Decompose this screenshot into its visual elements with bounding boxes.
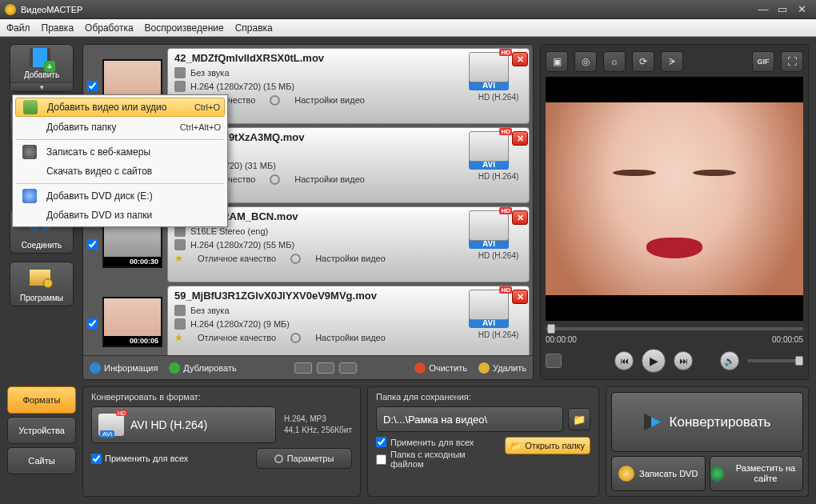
menu-edit[interactable]: Правка bbox=[42, 22, 74, 34]
format-badge[interactable] bbox=[469, 52, 509, 82]
thumbnail[interactable]: 00:00:05 bbox=[102, 297, 162, 347]
brightness-tool[interactable]: ☼ bbox=[603, 51, 626, 72]
globe-icon bbox=[710, 466, 724, 482]
video-settings-link[interactable]: Настройки видео bbox=[315, 254, 386, 263]
video-icon bbox=[174, 81, 186, 92]
menu-process[interactable]: Обработка bbox=[85, 22, 134, 34]
codec-info: H.264 (1280x720) (55 МБ) bbox=[190, 240, 294, 250]
list-footer: Информация Дублировать Очистить Удалить bbox=[83, 355, 533, 379]
clear-icon bbox=[414, 362, 426, 374]
volume-slider[interactable] bbox=[747, 359, 803, 362]
apply-all-format-checkbox[interactable] bbox=[91, 454, 102, 464]
menubar: Файл Правка Обработка Воспроизведение Сп… bbox=[0, 19, 816, 37]
fullscreen-tool[interactable]: ⛶ bbox=[781, 51, 803, 72]
info-icon bbox=[90, 362, 101, 374]
dropdown-item[interactable]: Добавить видео или аудиоCtrl+O bbox=[15, 98, 225, 117]
snapshot-button[interactable] bbox=[546, 354, 562, 368]
row-checkbox[interactable] bbox=[87, 318, 98, 329]
video-settings-link[interactable]: Настройки видео bbox=[315, 333, 386, 342]
next-button[interactable]: ⏭ bbox=[674, 351, 693, 370]
rotate-tool[interactable]: ⟳ bbox=[632, 51, 654, 72]
format-badge[interactable] bbox=[469, 290, 509, 320]
browse-button[interactable]: 📁 bbox=[568, 408, 590, 430]
video-settings-link[interactable]: Настройки видео bbox=[294, 95, 365, 105]
video-settings-link[interactable]: Настройки видео bbox=[294, 174, 365, 184]
audio-icon bbox=[174, 226, 186, 237]
audio-info: Без звука bbox=[190, 306, 230, 315]
tab-sites[interactable]: Сайты bbox=[7, 447, 76, 474]
gear-icon bbox=[274, 454, 283, 463]
row-checkbox[interactable] bbox=[87, 239, 98, 250]
view-mode-toggles[interactable] bbox=[294, 362, 357, 374]
remove-button[interactable]: ✕ bbox=[512, 210, 528, 225]
programs-label: Программы bbox=[20, 294, 63, 302]
crop-tool[interactable]: ▣ bbox=[546, 51, 568, 72]
format-badge[interactable] bbox=[469, 131, 509, 162]
file-row[interactable]: 00:00:05 59_MjBfU3R1ZGlvX0JlYXV0eV9MVg.m… bbox=[86, 286, 530, 355]
clear-button[interactable]: Очистить bbox=[414, 362, 467, 374]
audio-info: Без звука bbox=[190, 68, 230, 78]
time-total: 00:00:05 bbox=[772, 335, 803, 344]
star-icon: ★ bbox=[174, 332, 183, 343]
dropdown-label: Записать с веб-камеры bbox=[46, 146, 150, 158]
close-button[interactable]: ✕ bbox=[792, 3, 811, 15]
params-button[interactable]: Параметры bbox=[256, 448, 352, 469]
duplicate-button[interactable]: Дублировать bbox=[169, 362, 236, 374]
dropdown-label: Добавить DVD из папки bbox=[46, 210, 152, 221]
minimize-button[interactable]: — bbox=[754, 3, 773, 15]
cam-icon bbox=[22, 145, 37, 159]
delete-button[interactable]: Удалить bbox=[478, 362, 526, 374]
dropdown-item[interactable]: Добавить DVD из папки bbox=[14, 206, 226, 225]
output-format: HD (H.264) bbox=[478, 93, 519, 102]
apply-all-path-checkbox[interactable] bbox=[376, 437, 386, 447]
speed-tool[interactable]: ᗒ bbox=[661, 51, 683, 72]
dropdown-item[interactable]: Скачать видео с сайтов bbox=[14, 162, 226, 181]
convert-button[interactable]: Конвертировать bbox=[611, 392, 803, 452]
dropdown-item[interactable]: Добавить DVD диск (E:) bbox=[14, 186, 226, 206]
remove-button[interactable]: ✕ bbox=[512, 52, 528, 66]
play-button[interactable]: ▶ bbox=[642, 349, 666, 373]
tab-devices[interactable]: Устройства bbox=[7, 417, 76, 444]
dropdown-item[interactable]: Записать с веб-камеры bbox=[14, 142, 226, 162]
shortcut: Ctrl+O bbox=[194, 102, 220, 112]
dropdown-item[interactable]: Добавить папкуCtrl+Alt+O bbox=[14, 118, 226, 137]
maximize-button[interactable]: ▭ bbox=[773, 3, 792, 15]
seek-slider[interactable] bbox=[546, 324, 803, 334]
menu-help[interactable]: Справка bbox=[235, 22, 273, 34]
open-folder-button[interactable]: 📂 Открыть папку bbox=[505, 437, 590, 454]
format-selector[interactable]: AVI AVI HD (H.264) bbox=[91, 406, 276, 443]
remove-button[interactable]: ✕ bbox=[512, 290, 528, 304]
programs-button[interactable]: Программы bbox=[10, 262, 74, 306]
volume-button[interactable]: 🔊 bbox=[720, 351, 739, 370]
convert-icon bbox=[644, 414, 662, 431]
prev-button[interactable]: ⏮ bbox=[614, 351, 634, 370]
upload-button[interactable]: Разместить на сайте bbox=[710, 456, 804, 491]
tab-formats[interactable]: Форматы bbox=[7, 386, 76, 414]
gear-icon bbox=[290, 333, 301, 343]
save-path[interactable]: D:\...\Рамка на видео\ bbox=[376, 406, 563, 432]
quality-label: Отличное качество bbox=[198, 333, 276, 342]
row-checkbox[interactable] bbox=[87, 81, 98, 91]
format-info: H.264, MP344,1 KHz, 256Кбит bbox=[284, 414, 352, 436]
dvd-icon bbox=[22, 189, 37, 203]
same-folder-checkbox[interactable] bbox=[376, 454, 386, 465]
gear-icon bbox=[270, 95, 280, 106]
dropdown-label: Скачать видео с сайтов bbox=[46, 166, 152, 177]
video-icon bbox=[174, 239, 186, 250]
save-panel: Папка для сохранения: D:\...\Рамка на ви… bbox=[367, 386, 599, 497]
menu-playback[interactable]: Воспроизведение bbox=[145, 22, 224, 34]
add-dropdown-toggle[interactable]: ▾ bbox=[10, 82, 73, 91]
camcorder-icon: AVI bbox=[98, 414, 124, 436]
gear-icon bbox=[290, 254, 301, 264]
remove-button[interactable]: ✕ bbox=[512, 131, 528, 146]
format-badge[interactable] bbox=[469, 210, 509, 241]
gif-tool[interactable]: GIF bbox=[752, 51, 774, 72]
enhance-tool[interactable]: ◎ bbox=[574, 51, 597, 72]
info-button[interactable]: Информация bbox=[90, 362, 158, 374]
video-icon bbox=[174, 318, 186, 330]
burn-dvd-button[interactable]: Записать DVD bbox=[611, 456, 706, 491]
preview-video[interactable] bbox=[546, 77, 803, 321]
menu-file[interactable]: Файл bbox=[6, 22, 30, 34]
add-button[interactable]: Добавить ▾ bbox=[10, 44, 74, 92]
convert-header: Конвертировать в формат: bbox=[91, 392, 352, 402]
